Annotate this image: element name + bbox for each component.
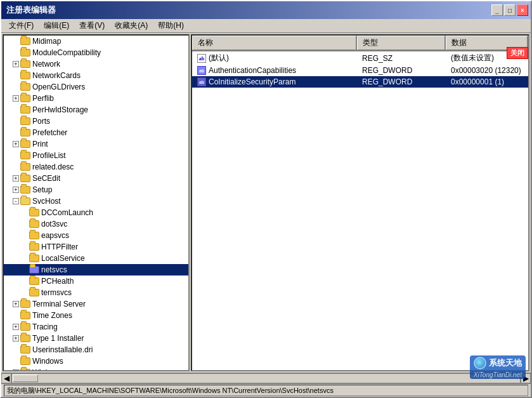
restore-button[interactable]: □ <box>504 4 516 16</box>
row-type-default: REG_SZ <box>357 53 446 63</box>
tree-item-opengldrivers[interactable]: OpenGLDrivers <box>4 81 188 93</box>
tree-item-networkcards[interactable]: NetworkCards <box>4 70 188 81</box>
tree-item-network[interactable]: + Network <box>4 58 188 70</box>
tree-item-related-desc[interactable]: related.desc <box>4 161 188 173</box>
table-row-coinit[interactable]: ab CoInitializeSecurityParam REG_DWORD 0… <box>192 76 528 88</box>
watermark-bottom: XiTongTianDi.net <box>470 371 526 379</box>
tree-item-dcomlaunch[interactable]: DCComLaunch <box>4 207 188 218</box>
hscroll-thumb[interactable] <box>13 375 38 382</box>
row-type-authcap: REG_DWORD <box>357 65 446 76</box>
tree-item-terminal-server[interactable]: + Terminal Server <box>4 298 188 310</box>
window-title: 注册表编辑器 <box>6 4 56 16</box>
watermark: 系统天地 XiTongTianDi.net <box>470 355 526 379</box>
main-content: Midimap ModuleCompatibility + Network <box>1 33 531 373</box>
right-panel: 名称 类型 数据 ab (默认) REG_SZ (数值未设置) <box>191 34 529 371</box>
row-data-authcap: 0x00003020 (12320) <box>446 65 528 76</box>
hscroll-left-btn[interactable]: ◀ <box>1 373 11 383</box>
tree-item-localservice[interactable]: LocalService <box>4 253 188 264</box>
tree-item-perhwidstorage[interactable]: PerHwIdStorage <box>4 104 188 116</box>
menu-view[interactable]: 查看(V) <box>74 19 110 32</box>
tree-item-setup[interactable]: + Setup <box>4 184 188 196</box>
table-body: ab (默认) REG_SZ (数值未设置) ab Authentication… <box>192 51 528 370</box>
tree-item-svchost[interactable]: - SvcHost <box>4 196 188 207</box>
tree-item-tracing[interactable]: + Tracing <box>4 321 188 333</box>
tree-item-perflib[interactable]: + Perflib <box>4 93 188 104</box>
col-header-name[interactable]: 名称 <box>192 36 357 50</box>
titlebar-buttons: _ □ × <box>491 4 528 16</box>
menu-file[interactable]: 文件(F) <box>4 19 39 32</box>
tree-item-print[interactable]: + Print <box>4 138 188 150</box>
tree-item-midimap[interactable]: Midimap <box>4 36 188 47</box>
table-row-default[interactable]: ab (默认) REG_SZ (数值未设置) <box>192 51 528 65</box>
reg-dword-icon-1: ab <box>197 66 206 75</box>
tree-item-prefetcher[interactable]: Prefetcher <box>4 127 188 138</box>
watermark-top: 系统天地 <box>470 355 526 371</box>
row-name-coinit: CoInitializeSecurityParam <box>209 77 295 86</box>
col-header-type[interactable]: 类型 <box>357 36 446 50</box>
hscroll-track[interactable] <box>11 373 521 383</box>
reg-sz-icon: ab <box>197 54 206 63</box>
reg-dword-icon-2: ab <box>197 77 206 86</box>
main-window: 注册表编辑器 _ □ × 文件(F) 编辑(E) 查看(V) 收藏夹(A) 帮助… <box>0 0 532 398</box>
tree-scroll[interactable]: Midimap ModuleCompatibility + Network <box>4 36 188 370</box>
table-header: 名称 类型 数据 <box>192 36 528 51</box>
menu-edit[interactable]: 编辑(E) <box>39 19 74 32</box>
earth-icon <box>474 357 486 369</box>
row-name-authcap: AuthenticationCapabilities <box>209 66 296 75</box>
tree-item-dot3svc[interactable]: dot3svc <box>4 218 188 230</box>
tree-item-ports[interactable]: Ports <box>4 116 188 127</box>
tree-item-profilelist[interactable]: ProfileList <box>4 150 188 161</box>
close-button[interactable]: × <box>517 4 528 16</box>
row-data-coinit: 0x00000001 (1) <box>446 77 528 87</box>
row-name-default: (默认) <box>209 53 229 63</box>
status-text: 我的电脑\HKEY_LOCAL_MACHINE\SOFTWARE\Microso… <box>4 385 528 396</box>
tree-item-winlogon[interactable]: + Winlogon <box>4 367 188 370</box>
statusbar: 我的电脑\HKEY_LOCAL_MACHINE\SOFTWARE\Microso… <box>1 383 531 397</box>
tree-item-httpfilter[interactable]: HTTPFilter <box>4 241 188 253</box>
tree-item-termsvcs[interactable]: termsvcs <box>4 287 188 298</box>
tree-item-type1installer[interactable]: + Type 1 Installer <box>4 333 188 344</box>
tree-item-timezones[interactable]: Time Zones <box>4 310 188 321</box>
menu-favorites[interactable]: 收藏夹(A) <box>110 19 153 32</box>
close-badge[interactable]: 关闭 <box>507 47 528 59</box>
tree-item-netsvcs[interactable]: netsvcs <box>4 264 188 275</box>
tree-item-eapsvcs[interactable]: eapsvcs <box>4 230 188 241</box>
row-type-coinit: REG_DWORD <box>357 77 446 87</box>
table-row-authcap[interactable]: ab AuthenticationCapabilities REG_DWORD … <box>192 65 528 76</box>
titlebar: 注册表编辑器 _ □ × <box>1 1 531 19</box>
tree-item-modulecompatibility[interactable]: ModuleCompatibility <box>4 47 188 58</box>
menubar: 文件(F) 编辑(E) 查看(V) 收藏夹(A) 帮助(H) <box>1 19 531 33</box>
tree-item-secedit[interactable]: + SeCEdit <box>4 173 188 184</box>
minimize-button[interactable]: _ <box>491 4 503 16</box>
tree-panel: Midimap ModuleCompatibility + Network <box>3 34 190 371</box>
hscroll-area[interactable]: ◀ ▶ <box>1 373 531 383</box>
menu-help[interactable]: 帮助(H) <box>153 19 189 32</box>
tree-item-windows[interactable]: Windows <box>4 355 188 367</box>
tree-item-userinstallable[interactable]: Userinstallable.dri <box>4 344 188 355</box>
tree-item-pchealth[interactable]: PCHealth <box>4 275 188 287</box>
